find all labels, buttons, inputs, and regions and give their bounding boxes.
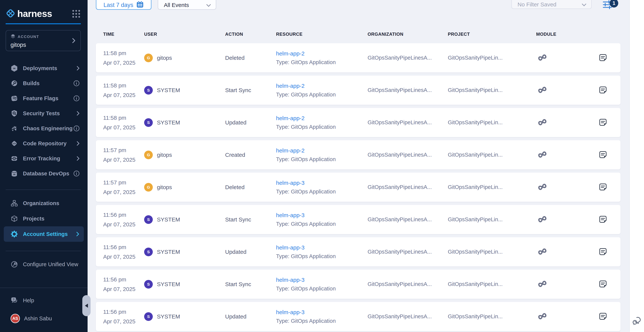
project-text: GitOpsSanityPipeLin... — [448, 119, 503, 125]
column-header-action: ACTION — [225, 32, 276, 37]
saved-filter-select[interactable]: No Filter Saved — [511, 0, 592, 9]
column-header-organization: ORGANIZATION — [368, 32, 448, 37]
sidebar-item-code-repository[interactable]: </> Code Repository — [0, 136, 88, 151]
resource-cell: helm-app-2 Type: GitOps Application — [276, 147, 368, 162]
event-summary-note-icon[interactable] — [598, 280, 607, 288]
organization-cell: GitOpsSanityPipeLinesA... — [368, 87, 448, 93]
event-time: 11:58 pm — [103, 81, 144, 90]
table-header-row: TIMEUSERACTIONRESOURCEORGANIZATIONPROJEC… — [96, 29, 620, 40]
time-cell: 11:56 pm Apr 07, 2025 — [103, 275, 144, 294]
organization-cell: GitOpsSanityPipeLinesA... — [368, 281, 448, 287]
resource-link[interactable]: helm-app-3 — [276, 309, 304, 315]
sidebar-item-feature-flags[interactable]: Feature Flags — [0, 91, 88, 106]
sidebar-item-organizations[interactable]: Organizations — [0, 195, 88, 211]
layers-icon — [10, 34, 16, 40]
audit-trail-main: Last 7 days All Events No Filter Saved — [88, 0, 644, 332]
avatar: S — [144, 118, 153, 127]
audit-table-row: 11:57 pm Apr 07, 2025 G gitops Created h… — [96, 140, 620, 169]
action-text: Updated — [225, 119, 246, 126]
note-cell — [581, 215, 620, 224]
gitops-module-icon — [537, 91, 548, 94]
sidebar-item-help[interactable]: ? Help — [0, 293, 42, 308]
user-name-text: SYSTEM — [157, 249, 180, 255]
note-cell — [581, 247, 620, 256]
sidebar-item-deployments[interactable]: ∞ Deployments — [0, 61, 88, 76]
event-summary-note-icon[interactable] — [598, 183, 607, 192]
note-cell — [581, 183, 620, 192]
date-range-filter-button[interactable]: Last 7 days — [96, 0, 152, 10]
module-cell — [536, 86, 581, 94]
sidebar-item-database-devops[interactable]: ∞ Database DevOps — [0, 166, 88, 181]
event-summary-note-icon[interactable] — [598, 53, 607, 62]
resource-type: Type: GitOps Application — [276, 221, 368, 227]
avatar: S — [144, 215, 153, 224]
chevron-right-icon — [76, 231, 79, 237]
organization-cell: GitOpsSanityPipeLinesA... — [368, 313, 448, 319]
module-cell — [536, 54, 581, 62]
event-type-select[interactable]: All Events — [158, 0, 216, 10]
sidebar-item-label: Database DevOps — [23, 171, 69, 177]
resource-link[interactable]: helm-app-3 — [276, 212, 304, 218]
event-summary-note-icon[interactable] — [598, 150, 607, 159]
column-header-user: USER — [144, 32, 225, 37]
audit-table-row: 11:58 pm Apr 07, 2025 G gitops Deleted h… — [96, 43, 620, 72]
sidebar-item-security-tests[interactable]: Security Tests — [0, 106, 88, 121]
resource-link[interactable]: helm-app-2 — [276, 115, 304, 121]
sidebar-item-projects[interactable]: Projects — [0, 211, 88, 226]
action-cell: Start Sync — [225, 281, 276, 287]
info-icon — [73, 125, 80, 132]
organization-text: GitOpsSanityPipeLinesA... — [368, 184, 432, 190]
audit-table-row: 11:56 pm Apr 07, 2025 S SYSTEM Start Syn… — [96, 205, 620, 234]
user-name-text: gitops — [157, 55, 172, 61]
event-time: 11:57 pm — [103, 178, 144, 187]
module-cell — [536, 151, 581, 159]
resource-link[interactable]: helm-app-2 — [276, 83, 304, 89]
time-cell: 11:57 pm Apr 07, 2025 — [103, 145, 144, 164]
resource-link[interactable]: helm-app-2 — [276, 50, 304, 57]
right-rail — [629, 0, 644, 332]
resource-link[interactable]: helm-app-3 — [276, 277, 304, 283]
organization-text: GitOpsSanityPipeLinesA... — [368, 281, 432, 287]
resource-cell: helm-app-2 Type: GitOps Application — [276, 115, 368, 130]
event-summary-note-icon[interactable] — [598, 118, 607, 127]
project-text: GitOpsSanityPipeLin... — [448, 216, 503, 222]
gitops-module-icon — [537, 253, 548, 256]
project-cell: GitOpsSanityPipeLin... — [448, 184, 536, 190]
resource-type: Type: GitOps Application — [276, 124, 368, 130]
sidebar-item-label: Builds — [23, 80, 40, 87]
resource-link[interactable]: helm-app-3 — [276, 180, 304, 186]
time-cell: 11:58 pm Apr 07, 2025 — [103, 81, 144, 100]
sidebar-item-builds[interactable]: Builds — [0, 76, 88, 91]
calendar-icon — [136, 1, 144, 10]
sidebar-collapse-handle[interactable] — [82, 295, 90, 316]
support-chat-icon[interactable] — [632, 315, 642, 327]
account-selector[interactable]: ACCOUNT gitops — [6, 30, 81, 51]
project-cell: GitOpsSanityPipeLin... — [448, 55, 536, 61]
user-cell: G gitops — [144, 183, 225, 192]
sidebar-item-error-tracking[interactable]: Error Tracking — [0, 151, 88, 166]
event-summary-note-icon[interactable] — [598, 247, 607, 256]
event-summary-note-icon[interactable] — [598, 86, 607, 95]
resource-link[interactable]: helm-app-2 — [276, 147, 304, 154]
event-summary-note-icon[interactable] — [598, 312, 607, 321]
action-cell: Created — [225, 152, 276, 158]
resource-link[interactable]: helm-app-3 — [276, 244, 304, 251]
user-name-text: SYSTEM — [157, 87, 180, 93]
sidebar-item-chaos-engineering[interactable]: Chaos Engineering — [0, 121, 88, 136]
sidebar-item-label: Configure Unified View — [23, 261, 78, 267]
gitops-module-icon — [537, 59, 548, 62]
project-text: GitOpsSanityPipeLin... — [448, 55, 503, 61]
sidebar-item-configure-unified-view[interactable]: Configure Unified View — [0, 257, 86, 272]
code-repository-icon: </> — [10, 140, 18, 147]
resource-cell: helm-app-2 Type: GitOps Application — [276, 83, 368, 98]
sidebar-item-account-settings[interactable]: Account Settings — [4, 226, 84, 242]
module-grid-icon[interactable] — [72, 10, 80, 18]
resource-cell: helm-app-2 Type: GitOps Application — [276, 50, 368, 65]
organizations-icon — [10, 200, 18, 207]
event-date: Apr 07, 2025 — [103, 58, 144, 68]
event-summary-note-icon[interactable] — [598, 215, 607, 224]
sidebar-item-label: Security Tests — [23, 110, 60, 117]
user-menu[interactable]: AS Ashin Sabu — [10, 314, 52, 323]
chevron-right-icon — [77, 156, 80, 161]
user-name-text: SYSTEM — [157, 216, 180, 223]
